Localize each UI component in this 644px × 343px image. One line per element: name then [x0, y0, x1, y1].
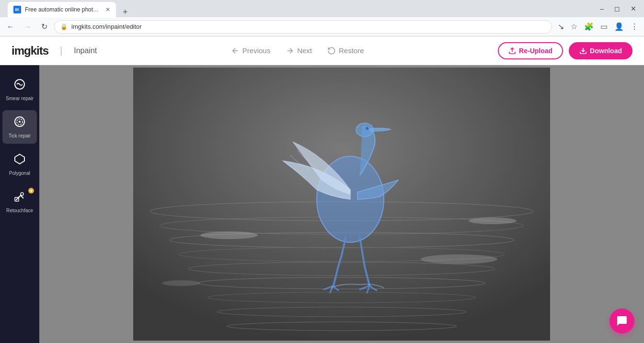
bird-overlay: [264, 113, 437, 295]
address-bar: ← → ↻ 🔒 imgkits.com/inpaint/editor ↘ ☆ 🧩…: [0, 17, 644, 36]
next-label: Next: [297, 46, 312, 55]
sidebar-item-polygonal[interactable]: Polygonal: [2, 148, 37, 181]
sidebar-item-smear-repair[interactable]: Smear repair: [2, 73, 37, 106]
polygonal-label: Polygonal: [9, 171, 30, 176]
upload-icon: [508, 47, 516, 55]
app-header: imgkits | Inpaint Previous Next: [0, 36, 644, 65]
tab-close-btn[interactable]: ✕: [105, 6, 110, 13]
svg-point-22: [162, 280, 200, 286]
bookmark-icon[interactable]: ☆: [569, 20, 579, 33]
new-tab-button[interactable]: +: [120, 7, 131, 17]
svg-point-20: [200, 231, 258, 239]
close-button[interactable]: ✕: [627, 3, 640, 14]
menu-icon[interactable]: ⋮: [629, 20, 640, 33]
forward-button[interactable]: →: [21, 21, 34, 33]
app-logo: imgkits: [12, 44, 48, 57]
retouchface-icon: [13, 190, 26, 206]
download-icon: [579, 47, 587, 55]
smear-repair-icon: [13, 78, 26, 94]
svg-marker-7: [29, 189, 33, 193]
url-box[interactable]: 🔒 imgkits.com/inpaint/editor: [54, 20, 552, 34]
previous-button[interactable]: Previous: [231, 46, 270, 55]
header-center-controls: Previous Next Restore: [104, 46, 490, 55]
url-text: imgkits.com/inpaint/editor: [71, 23, 142, 30]
tab-title: Free automatic online photo ret...: [25, 6, 102, 13]
previous-icon: [231, 46, 240, 55]
minimize-button[interactable]: –: [596, 3, 608, 14]
reupload-button[interactable]: Re-Upload: [498, 42, 563, 59]
smear-repair-label: Smear repair: [6, 96, 34, 102]
lock-icon: 🔒: [60, 23, 68, 30]
svg-point-26: [366, 127, 368, 130]
chat-support-button[interactable]: [610, 309, 634, 333]
sidebar: Smear repair Tick repair: [0, 65, 39, 343]
image-canvas: [133, 68, 550, 341]
maximize-button[interactable]: ◻: [610, 3, 624, 14]
active-tab[interactable]: IK Free automatic online photo ret... ✕: [8, 2, 116, 17]
browser-frame: IK Free automatic online photo ret... ✕ …: [0, 0, 644, 343]
download-button[interactable]: Download: [569, 42, 632, 59]
product-label: Inpaint: [74, 46, 97, 55]
profile-icon[interactable]: 👤: [612, 20, 626, 33]
cast-icon[interactable]: ↘: [556, 20, 566, 33]
reload-button[interactable]: ↻: [38, 20, 50, 33]
split-view-icon[interactable]: ▭: [598, 20, 610, 33]
canvas-area[interactable]: [39, 65, 644, 343]
app-container: imgkits | Inpaint Previous Next: [0, 36, 644, 343]
svg-marker-6: [15, 154, 24, 164]
main-area: Smear repair Tick repair: [0, 65, 644, 343]
restore-icon: [327, 46, 336, 55]
reupload-label: Re-Upload: [519, 47, 552, 55]
next-button[interactable]: Next: [286, 46, 312, 55]
chat-icon: [616, 315, 628, 327]
restore-label: Restore: [339, 46, 364, 55]
svg-point-23: [469, 217, 517, 224]
sidebar-item-retouchface[interactable]: Retouchface: [2, 185, 37, 218]
sidebar-item-tick-repair[interactable]: Tick repair: [2, 110, 37, 144]
restore-button[interactable]: Restore: [327, 46, 364, 55]
extensions-icon[interactable]: 🧩: [582, 20, 596, 33]
previous-label: Previous: [242, 46, 270, 55]
tab-bar: IK Free automatic online photo ret... ✕ …: [4, 0, 594, 17]
download-label: Download: [590, 47, 622, 55]
next-icon: [286, 46, 294, 55]
back-button[interactable]: ←: [4, 21, 17, 33]
svg-point-5: [19, 121, 21, 123]
premium-badge: [28, 188, 34, 194]
tick-repair-icon: [13, 115, 26, 131]
svg-point-9: [21, 193, 23, 195]
logo-divider: |: [60, 45, 62, 56]
address-icons: ↘ ☆ 🧩 ▭ 👤 ⋮: [556, 20, 640, 33]
window-controls: – ◻ ✕: [596, 3, 640, 14]
title-bar: IK Free automatic online photo ret... ✕ …: [0, 0, 644, 17]
tab-favicon: IK: [13, 6, 21, 13]
header-right-actions: Re-Upload Download: [498, 42, 632, 59]
polygonal-icon: [13, 152, 26, 169]
tick-repair-label: Tick repair: [9, 133, 31, 139]
retouchface-label: Retouchface: [6, 208, 33, 214]
